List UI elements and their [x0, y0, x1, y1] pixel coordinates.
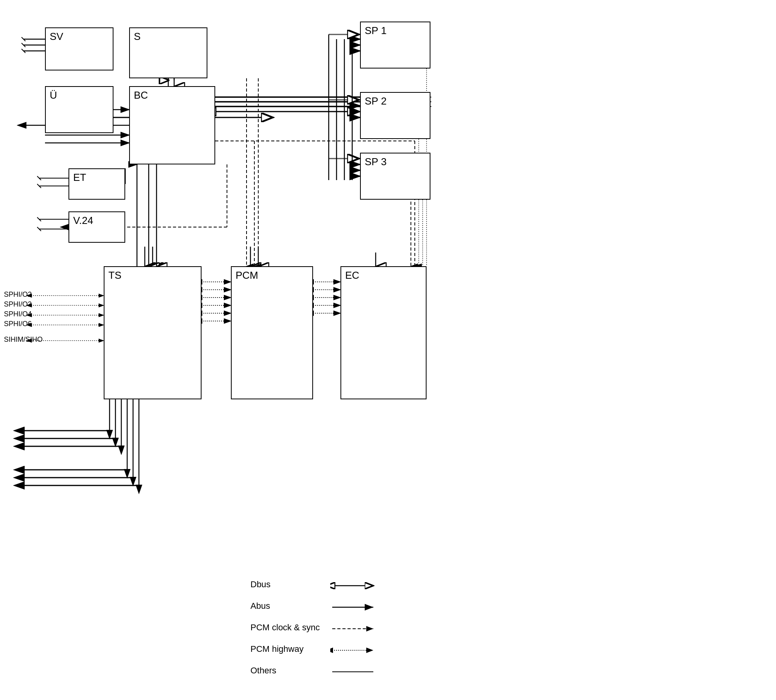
- sihim-label: SIHIM/SIHO: [4, 336, 43, 344]
- sp1-block: SP 1: [360, 22, 430, 69]
- legend-pcmclk-row: PCM clock & sync: [250, 622, 377, 633]
- sv-block: SV: [45, 27, 113, 70]
- diagram-container: SV S Ü BC ET V.24 TS PCM EC SP 1 SP 2 SP…: [0, 0, 776, 700]
- legend-pcmhwy-row: PCM highway: [250, 644, 377, 655]
- legend-pcmhwy-label: PCM highway: [250, 644, 329, 654]
- v24-block: V.24: [68, 211, 125, 243]
- et-label: ET: [73, 171, 86, 184]
- bc-label: BC: [134, 89, 148, 101]
- sphi-o3-label: SPHI/O3: [4, 300, 32, 309]
- pcm-block: PCM: [231, 266, 313, 399]
- legend-pcmclk-label: PCM clock & sync: [250, 622, 329, 633]
- legend-others-row: Others: [250, 666, 377, 677]
- sp3-label: SP 3: [365, 156, 387, 168]
- u-label: Ü: [50, 89, 57, 101]
- sphi-o2-label: SPHI/O2: [4, 290, 32, 299]
- sp1-label: SP 1: [365, 25, 387, 37]
- ts-block: TS: [104, 266, 202, 399]
- s-label: S: [134, 31, 140, 43]
- legend-dbus-label: Dbus: [250, 579, 329, 590]
- ec-label: EC: [345, 269, 359, 281]
- v24-label: V.24: [73, 215, 93, 227]
- legend-abus-row: Abus: [250, 601, 377, 612]
- sv-label: SV: [50, 31, 63, 43]
- et-block: ET: [68, 168, 125, 200]
- legend-abus-label: Abus: [250, 601, 329, 611]
- sp2-label: SP 2: [365, 95, 387, 107]
- u-block: Ü: [45, 86, 113, 133]
- sp3-block: SP 3: [360, 153, 430, 200]
- s-block: S: [129, 27, 207, 78]
- legend-dbus-row: Dbus: [250, 579, 377, 590]
- sp2-block: SP 2: [360, 92, 430, 139]
- sphi-o6-label: SPHI/O6: [4, 320, 32, 328]
- bc-block: BC: [129, 86, 215, 164]
- ts-label: TS: [108, 269, 121, 281]
- ec-block: EC: [340, 266, 427, 399]
- pcm-label: PCM: [236, 269, 258, 281]
- sphi-o4-label: SPHI/O4: [4, 310, 32, 318]
- legend-others-label: Others: [250, 666, 329, 676]
